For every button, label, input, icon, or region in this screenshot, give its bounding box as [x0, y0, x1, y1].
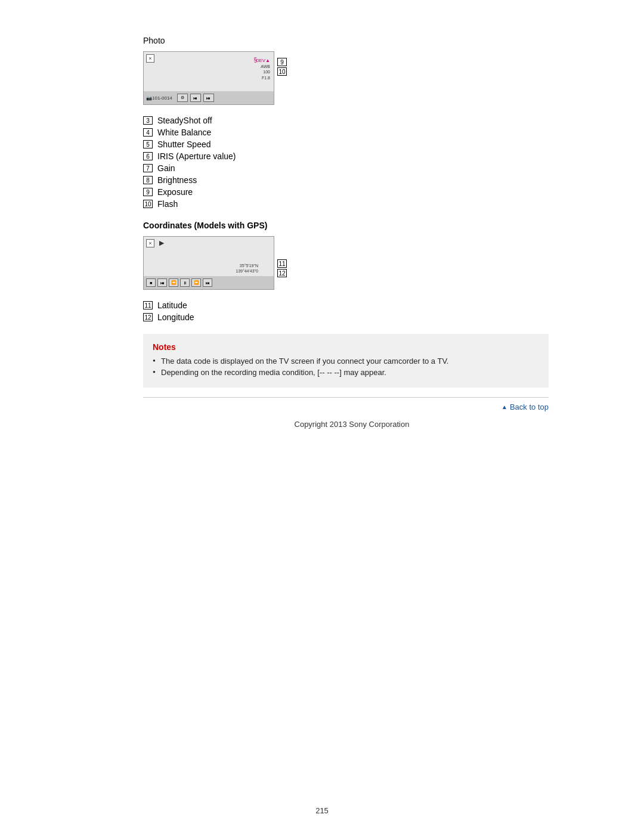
- page-container: Photo × § 0EV▲ AWB 100 F1.8 📷101-0014: [0, 0, 644, 833]
- photo-btn1: ⚙: [177, 94, 188, 102]
- photo-item-list: 3 SteadyShot off 4 White Balance 5 Shutt…: [143, 116, 561, 209]
- item-num-8: 8: [143, 176, 153, 184]
- back-to-top-link[interactable]: Back to top: [501, 402, 549, 411]
- photo-section-title: Photo: [143, 36, 561, 45]
- photo-btn2: ⏮: [190, 94, 201, 102]
- item-label-6: IRIS (Aperture value): [157, 151, 236, 161]
- item-label-9: Exposure: [157, 187, 193, 197]
- item-label-10: Flash: [157, 199, 178, 209]
- photo-counter: 📷101-0014: [146, 95, 172, 101]
- notes-section: Notes The data code is displayed on the …: [143, 334, 549, 388]
- list-item: 3 SteadyShot off: [143, 116, 561, 125]
- notes-item-1: The data code is displayed on the TV scr…: [153, 357, 539, 366]
- gps-right-indicators: 11 12: [277, 259, 287, 277]
- item-num-11: 11: [143, 301, 153, 309]
- badge-12: 12: [277, 269, 287, 277]
- item-num-4: 4: [143, 128, 153, 137]
- gps-screen-wrapper: × ▶ 35°5'19"N139°44'43"0 ■ ⏮ ⏪ ⏸ ⏩ ⏭ 11: [143, 236, 292, 290]
- item-label-4: White Balance: [157, 128, 211, 137]
- list-item: 5 Shutter Speed: [143, 140, 561, 149]
- list-item: 10 Flash: [143, 199, 561, 209]
- photo-screen-wrapper: × § 0EV▲ AWB 100 F1.8 📷101-0014 ⚙ ⏮ ⏭: [143, 51, 292, 105]
- item-num-5: 5: [143, 140, 153, 148]
- list-item: 11 Latitude: [143, 301, 561, 310]
- gps-camera-screen: × ▶ 35°5'19"N139°44'43"0 ■ ⏮ ⏪ ⏸ ⏩ ⏭ 11: [143, 236, 274, 290]
- notes-list: The data code is displayed on the TV scr…: [153, 357, 539, 377]
- notes-title: Notes: [153, 342, 539, 352]
- notes-item-2: Depending on the recording media conditi…: [153, 368, 539, 377]
- photo-bottom-bar: 📷101-0014 ⚙ ⏮ ⏭: [144, 91, 274, 104]
- list-item: 9 Exposure: [143, 187, 561, 197]
- ev-readings: 0EV▲ AWB 100 F1.8: [256, 58, 270, 80]
- item-num-12: 12: [143, 313, 153, 321]
- item-num-6: 6: [143, 152, 153, 160]
- gps-btn5: ⏩: [191, 278, 201, 287]
- item-num-9: 9: [143, 188, 153, 196]
- photo-camera-screen: × § 0EV▲ AWB 100 F1.8 📷101-0014 ⚙ ⏮ ⏭: [143, 51, 274, 105]
- copyright: Copyright 2013 Sony Corporation: [143, 420, 561, 429]
- badge-9: 9: [277, 58, 287, 66]
- item-label-7: Gain: [157, 163, 175, 173]
- page-number: 215: [315, 806, 329, 815]
- list-item: 7 Gain: [143, 163, 561, 173]
- back-to-top-row: Back to top: [143, 397, 549, 411]
- coordinates-title: Coordinates (Models with GPS): [143, 221, 561, 230]
- gps-btn3: ⏪: [169, 278, 178, 287]
- list-item: 4 White Balance: [143, 128, 561, 137]
- gps-bottom-bar: ■ ⏮ ⏪ ⏸ ⏩ ⏭: [144, 276, 274, 289]
- gps-btn2: ⏮: [157, 278, 167, 287]
- gps-btn1: ■: [146, 278, 156, 287]
- photo-right-indicators: 9 10: [277, 58, 287, 76]
- coordinates-item-list: 11 Latitude 12 Longitude: [143, 301, 561, 322]
- gps-btn4: ⏸: [180, 278, 190, 287]
- item-label-12: Longitude: [157, 312, 194, 322]
- badge-11: 11: [277, 259, 287, 268]
- item-num-10: 10: [143, 200, 153, 208]
- item-label-8: Brightness: [157, 175, 197, 185]
- item-label-11: Latitude: [157, 301, 187, 310]
- content-area: Photo × § 0EV▲ AWB 100 F1.8 📷101-0014: [143, 36, 561, 429]
- photo-btn3: ⏭: [203, 94, 214, 102]
- list-item: 6 IRIS (Aperture value): [143, 151, 561, 161]
- list-item: 12 Longitude: [143, 312, 561, 322]
- photo-close-btn: ×: [146, 54, 154, 63]
- item-num-7: 7: [143, 164, 153, 172]
- item-num-3: 3: [143, 116, 153, 125]
- item-label-5: Shutter Speed: [157, 140, 211, 149]
- coords-text: 35°5'19"N139°44'43"0: [236, 263, 258, 274]
- gps-btn6: ⏭: [203, 278, 212, 287]
- item-label-3: SteadyShot off: [157, 116, 212, 125]
- badge-10: 10: [277, 67, 287, 76]
- gps-close-btn: ×: [146, 239, 154, 247]
- gps-play-icon: ▶: [159, 239, 164, 247]
- list-item: 8 Brightness: [143, 175, 561, 185]
